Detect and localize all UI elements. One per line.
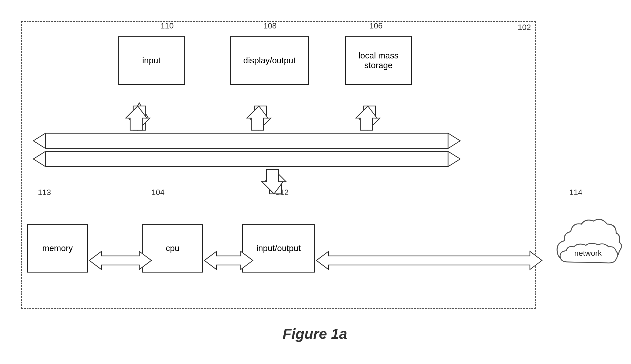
ref-102: 102 bbox=[518, 23, 531, 32]
network-cloud: network bbox=[551, 215, 624, 276]
cpu-label: cpu bbox=[166, 243, 179, 253]
figure-caption: Figure 1a bbox=[282, 326, 347, 342]
memory-label: memory bbox=[42, 243, 73, 253]
figure-title: Figure 1a bbox=[282, 326, 347, 342]
svg-text:network: network bbox=[574, 249, 602, 258]
ref-112: 112 bbox=[276, 188, 289, 197]
io-box: input/output bbox=[242, 224, 315, 273]
memory-box: memory bbox=[27, 224, 88, 273]
ref-106: 106 bbox=[369, 21, 382, 31]
input-box: input bbox=[118, 36, 185, 85]
display-label: display/output bbox=[243, 56, 296, 65]
storage-label: local mass storage bbox=[346, 51, 411, 70]
ref-114: 114 bbox=[569, 188, 582, 197]
input-label: input bbox=[142, 56, 161, 65]
io-label: input/output bbox=[256, 243, 301, 253]
cpu-box: cpu bbox=[142, 224, 203, 273]
ref-110: 110 bbox=[160, 21, 173, 31]
ref-113: 113 bbox=[38, 188, 51, 197]
display-box: display/output bbox=[230, 36, 309, 85]
diagram-container: 102 110 108 106 113 104 112 114 input di… bbox=[12, 12, 618, 351]
storage-box: local mass storage bbox=[345, 36, 412, 85]
ref-108: 108 bbox=[263, 21, 276, 31]
ref-104: 104 bbox=[151, 188, 164, 197]
